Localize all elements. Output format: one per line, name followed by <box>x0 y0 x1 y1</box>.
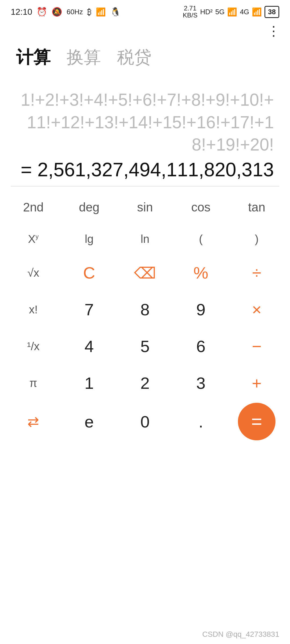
key-row-1: √x C ⌫ % ÷ <box>5 256 285 290</box>
status-left: 12:10 ⏰ 🔕 60Hz ₿ 📶 🐧 <box>11 7 121 17</box>
btn-equals[interactable]: = <box>238 403 276 440</box>
btn-divide[interactable]: ÷ <box>229 256 285 290</box>
btn-7[interactable]: 7 <box>61 292 117 327</box>
key-row-0: Xy lg ln ( ) <box>5 225 285 253</box>
toolbar: ⋮ <box>0 21 290 40</box>
btn-dot[interactable]: . <box>173 405 229 439</box>
btn-backspace[interactable]: ⌫ <box>117 256 173 290</box>
mute-icon: 🔕 <box>52 7 62 17</box>
refresh-rate: 60Hz <box>67 8 83 16</box>
btn-reciprocal[interactable]: ¹/x <box>5 332 61 360</box>
btn-5[interactable]: 5 <box>117 329 173 363</box>
backspace-icon: ⌫ <box>134 264 156 282</box>
btn-8[interactable]: 8 <box>117 292 173 327</box>
5g-icon: 5G <box>215 8 225 16</box>
btn-3[interactable]: 3 <box>173 366 229 400</box>
btn-sin[interactable]: sin <box>117 195 173 220</box>
tab-convert[interactable]: 换算 <box>67 46 101 71</box>
btn-subtract[interactable]: − <box>229 329 285 363</box>
btn-xy[interactable]: Xy <box>5 225 61 253</box>
btn-2[interactable]: 2 <box>117 366 173 400</box>
btn-1[interactable]: 1 <box>61 366 117 400</box>
keypad: Xy lg ln ( ) √x C ⌫ % ÷ x! 7 8 9 × ¹/x 4… <box>0 222 290 403</box>
tab-calculate[interactable]: 计算 <box>16 46 50 71</box>
btn-multiply[interactable]: × <box>229 292 285 327</box>
btn-percent[interactable]: % <box>173 256 229 290</box>
btn-6[interactable]: 6 <box>173 329 229 363</box>
expression-display: 1!+2!+3!+4!+5!+6!+7!+8!+9!+10!+11!+12!+1… <box>16 89 274 156</box>
status-bar: 12:10 ⏰ 🔕 60Hz ₿ 📶 🐧 2.71KB/S HD² 5G 📶 4… <box>0 0 290 21</box>
4g-icon: 4G <box>240 8 249 16</box>
btn-lg[interactable]: lg <box>61 225 117 253</box>
btn-2nd[interactable]: 2nd <box>5 195 61 220</box>
btn-open-paren[interactable]: ( <box>173 225 229 253</box>
display-area: 1!+2!+3!+4!+5!+6!+7!+8!+9!+10!+11!+12!+1… <box>0 73 290 186</box>
key-row-3: ¹/x 4 5 6 − <box>5 329 285 363</box>
btn-exchange[interactable]: ⇄ <box>5 406 61 437</box>
key-row-4: π 1 2 3 + <box>5 366 285 400</box>
btn-clear[interactable]: C <box>61 256 117 290</box>
btn-ln[interactable]: ln <box>117 225 173 253</box>
menu-button[interactable]: ⋮ <box>267 24 279 38</box>
data-speed: 2.71KB/S <box>183 5 198 19</box>
time: 12:10 <box>11 7 32 17</box>
equals-icon: = <box>251 411 262 432</box>
btn-tan[interactable]: tan <box>229 195 285 220</box>
tab-tax[interactable]: 税贷 <box>117 46 151 71</box>
hd-icon: HD² <box>200 8 212 16</box>
alarm-icon: ⏰ <box>37 7 47 17</box>
battery: 38 <box>264 6 279 18</box>
btn-sqrt[interactable]: √x <box>5 259 61 287</box>
bottom-row: ⇄ e 0 . = <box>0 403 290 440</box>
btn-add[interactable]: + <box>229 366 285 400</box>
signal-icon: 📶 <box>227 7 237 17</box>
wifi-icon: 📶 <box>96 7 106 17</box>
btn-pi[interactable]: π <box>5 369 61 397</box>
bluetooth-icon: ₿ <box>87 7 92 17</box>
btn-e[interactable]: e <box>61 405 117 439</box>
scientific-row: 2nd deg sin cos tan <box>0 186 290 222</box>
result-display: = 2,561,327,494,111,820,313 <box>16 159 274 181</box>
signal2-icon: 📶 <box>252 7 262 17</box>
btn-0[interactable]: 0 <box>117 405 173 439</box>
btn-deg[interactable]: deg <box>61 195 117 220</box>
watermark: CSDN @qq_42733831 <box>202 630 279 639</box>
btn-close-paren[interactable]: ) <box>229 225 285 253</box>
btn-9[interactable]: 9 <box>173 292 229 327</box>
key-row-2: x! 7 8 9 × <box>5 292 285 327</box>
tab-bar: 计算 换算 税贷 <box>0 40 290 73</box>
btn-factorial[interactable]: x! <box>5 296 61 324</box>
app-icon: 🐧 <box>110 7 121 17</box>
btn-4[interactable]: 4 <box>61 329 117 363</box>
status-right: 2.71KB/S HD² 5G 📶 4G 📶 38 <box>183 5 279 19</box>
btn-cos[interactable]: cos <box>173 195 229 220</box>
